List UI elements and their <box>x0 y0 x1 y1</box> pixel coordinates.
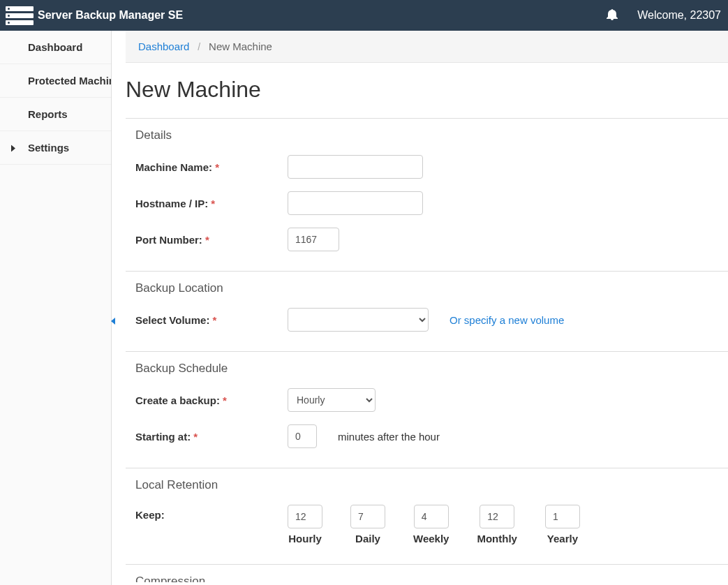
logo-icon <box>6 5 34 26</box>
breadcrumb-current: New Machine <box>209 40 272 52</box>
sidebar-item-protected-machines[interactable]: Protected Machines <box>0 64 111 98</box>
retention-hourly-label: Hourly <box>288 533 322 545</box>
retention-yearly-input[interactable] <box>545 505 580 528</box>
retention-daily-input[interactable] <box>350 505 385 528</box>
main: Dashboard / New Machine New Machine Deta… <box>126 31 728 585</box>
select-volume-label: Select Volume: * <box>135 314 288 326</box>
starting-at-label: Starting at: * <box>135 431 288 443</box>
retention-hourly-input[interactable] <box>288 505 322 528</box>
bell-icon[interactable] <box>607 9 618 22</box>
section-title-local-retention: Local Retention <box>126 478 728 492</box>
section-backup-schedule: Backup Schedule Create a backup: * Hourl… <box>126 351 728 468</box>
section-details: Details Machine Name: * Hostname / IP: * <box>126 118 728 271</box>
section-title-compression: Compression <box>126 575 728 582</box>
sidebar-item-dashboard[interactable]: Dashboard <box>0 31 111 64</box>
machine-name-input[interactable] <box>288 155 423 179</box>
machine-name-label: Machine Name: * <box>135 161 288 173</box>
app-title: Server Backup Manager SE <box>38 9 183 22</box>
breadcrumb-root[interactable]: Dashboard <box>138 40 189 52</box>
hostname-input[interactable] <box>288 191 423 215</box>
section-compression: Compression <box>126 564 728 582</box>
hostname-label: Hostname / IP: * <box>135 198 288 209</box>
header: Server Backup Manager SE Welcome, 22307 <box>0 0 728 31</box>
retention-monthly-label: Monthly <box>477 533 517 545</box>
retention-monthly: Monthly <box>477 505 517 545</box>
section-title-backup-location: Backup Location <box>126 281 728 295</box>
sidebar: Dashboard Protected Machines Reports Set… <box>0 31 112 585</box>
starting-at-input[interactable] <box>288 424 317 448</box>
retention-daily-label: Daily <box>355 533 380 545</box>
section-backup-location: Backup Location Select Volume: * Or spec… <box>126 271 728 351</box>
retention-yearly-label: Yearly <box>547 533 578 545</box>
sidebar-item-label: Protected Machines <box>28 75 111 87</box>
section-title-details: Details <box>126 128 728 142</box>
sidebar-item-settings[interactable]: Settings <box>0 131 111 165</box>
create-backup-select[interactable]: Hourly <box>288 388 376 412</box>
retention-weekly: Weekly <box>413 505 449 545</box>
caret-right-icon <box>11 142 17 154</box>
sidebar-item-label: Settings <box>28 142 69 154</box>
sidebar-item-label: Reports <box>28 108 68 120</box>
port-input[interactable] <box>288 228 339 251</box>
sidebar-collapse-icon[interactable] <box>110 317 115 327</box>
breadcrumb: Dashboard / New Machine <box>126 31 728 63</box>
retention-hourly: Hourly <box>288 505 322 545</box>
page-title: New Machine <box>126 77 728 103</box>
section-title-backup-schedule: Backup Schedule <box>126 362 728 376</box>
starting-at-hint: minutes after the hour <box>338 431 440 443</box>
retention-daily: Daily <box>350 505 385 545</box>
retention-monthly-input[interactable] <box>480 505 514 528</box>
keep-label: Keep: <box>135 505 288 521</box>
sidebar-item-label: Dashboard <box>28 41 82 53</box>
retention-weekly-input[interactable] <box>414 505 449 528</box>
retention-weekly-label: Weekly <box>413 533 449 545</box>
section-local-retention: Local Retention Keep: Hourly Daily <box>126 468 728 564</box>
sidebar-item-reports[interactable]: Reports <box>0 98 111 131</box>
new-volume-link[interactable]: Or specify a new volume <box>450 314 564 326</box>
select-volume-select[interactable] <box>288 308 429 332</box>
retention-group: Hourly Daily Weekly Monthly <box>288 505 580 545</box>
port-label: Port Number: * <box>135 234 288 246</box>
welcome-text[interactable]: Welcome, 22307 <box>637 9 721 22</box>
breadcrumb-sep: / <box>198 41 200 52</box>
create-backup-label: Create a backup: * <box>135 394 288 406</box>
retention-yearly: Yearly <box>545 505 580 545</box>
